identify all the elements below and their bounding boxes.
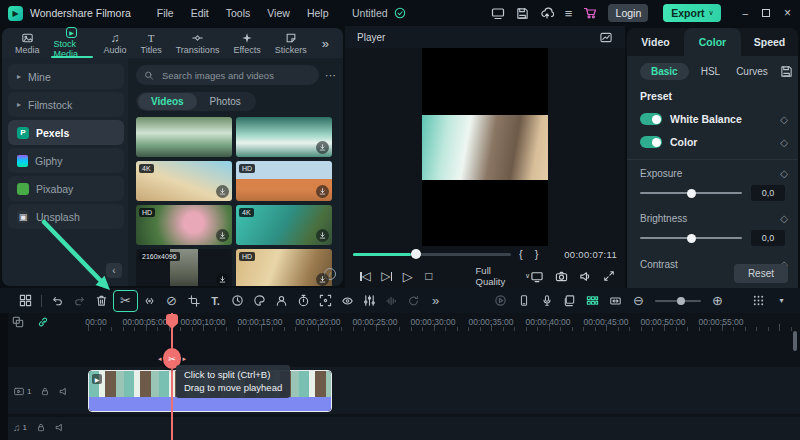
fit-timeline-icon[interactable] bbox=[609, 292, 622, 310]
stock-video-thumbnail[interactable]: 2160x4096 bbox=[136, 249, 232, 286]
snapshot-camera-icon[interactable] bbox=[555, 270, 568, 283]
mute-track-icon[interactable] bbox=[55, 422, 66, 433]
media-bin-icon[interactable] bbox=[19, 292, 32, 310]
speed-icon[interactable] bbox=[231, 292, 244, 310]
play-button[interactable]: ▷ bbox=[397, 269, 418, 284]
tab-stock-media[interactable]: ▶ Stock Media bbox=[47, 28, 97, 58]
sidebar-item-pexels[interactable]: P Pexels bbox=[8, 120, 124, 145]
mute-track-icon[interactable] bbox=[59, 386, 70, 397]
keyframe-diamond-icon[interactable]: ◇ bbox=[780, 213, 788, 224]
stock-video-thumbnail[interactable]: 4K bbox=[236, 205, 332, 245]
subtab-hsl[interactable]: HSL bbox=[697, 63, 724, 80]
download-icon[interactable] bbox=[316, 229, 329, 242]
stock-video-thumbnail[interactable]: HD bbox=[236, 249, 332, 286]
volume-icon[interactable] bbox=[579, 270, 592, 283]
expand-tabs-icon[interactable]: » bbox=[314, 36, 337, 51]
menu-file[interactable]: File bbox=[157, 7, 174, 19]
timeline-zoom-slider[interactable] bbox=[655, 300, 701, 302]
reset-button[interactable]: Reset bbox=[734, 264, 788, 283]
sidebar-item-filmstock[interactable]: ▸ Filmstock bbox=[8, 92, 124, 117]
duration-icon[interactable] bbox=[297, 292, 310, 310]
trim-icon[interactable] bbox=[143, 292, 156, 310]
tab-videos[interactable]: Videos bbox=[138, 93, 197, 110]
lock-track-icon[interactable] bbox=[40, 386, 50, 397]
close-button[interactable]: × bbox=[784, 6, 791, 20]
tab-photos[interactable]: Photos bbox=[197, 93, 254, 110]
sidebar-item-pixabay[interactable]: Pixabay bbox=[8, 176, 124, 201]
text-tool-icon[interactable]: T. bbox=[209, 292, 222, 310]
fullscreen-icon[interactable] bbox=[603, 270, 615, 282]
next-frame-button[interactable]: ▷ bbox=[376, 269, 397, 283]
smart-cutout-icon[interactable] bbox=[275, 292, 288, 310]
maximize-button[interactable] bbox=[762, 9, 770, 17]
keyframe-circle-icon[interactable]: ⊘ bbox=[165, 292, 178, 310]
brightness-slider[interactable] bbox=[640, 237, 742, 239]
tracks-dropdown-icon[interactable]: ▾ bbox=[775, 292, 788, 310]
color-toggle[interactable] bbox=[640, 136, 662, 148]
snapshot-pages-icon[interactable] bbox=[563, 292, 576, 310]
phone-mirror-icon[interactable] bbox=[517, 292, 530, 310]
store-cart-icon[interactable] bbox=[583, 6, 597, 20]
undo-icon[interactable] bbox=[51, 292, 64, 310]
stock-video-thumbnail[interactable]: HD bbox=[136, 205, 232, 245]
download-icon[interactable] bbox=[216, 273, 229, 286]
zoom-in-icon[interactable]: ⊕ bbox=[711, 292, 724, 310]
subtab-curves[interactable]: Curves bbox=[732, 63, 772, 80]
cloud-upload-icon[interactable] bbox=[540, 6, 554, 20]
keyframe-diamond-icon[interactable]: ◇ bbox=[780, 137, 788, 148]
zoom-slider-knob[interactable] bbox=[677, 297, 685, 305]
stock-video-thumbnail[interactable]: HD bbox=[236, 161, 332, 201]
stop-button[interactable]: □ bbox=[418, 269, 439, 283]
tab-audio[interactable]: ♫ Audio bbox=[97, 28, 134, 58]
download-icon[interactable] bbox=[316, 185, 329, 198]
playhead-line[interactable] bbox=[171, 313, 173, 440]
save-icon[interactable] bbox=[516, 7, 529, 20]
tab-media[interactable]: Media bbox=[8, 28, 47, 58]
search-input[interactable] bbox=[160, 69, 311, 82]
manage-tracks-grid-icon[interactable] bbox=[752, 292, 765, 310]
scene-detection-icon[interactable] bbox=[599, 31, 613, 44]
collapse-sidebar-button[interactable]: ‹ bbox=[106, 263, 122, 278]
download-icon[interactable] bbox=[216, 229, 229, 242]
timeline-scrollbar[interactable] bbox=[793, 331, 797, 351]
menu-edit[interactable]: Edit bbox=[191, 7, 209, 19]
menu-help[interactable]: Help bbox=[307, 7, 329, 19]
exposure-value[interactable]: 0,0 bbox=[751, 185, 785, 201]
tab-color[interactable]: Color bbox=[684, 28, 741, 56]
menu-tools[interactable]: Tools bbox=[226, 7, 251, 19]
seek-bar[interactable] bbox=[353, 253, 511, 256]
sidebar-item-mine[interactable]: ▸ Mine bbox=[8, 64, 124, 89]
download-icon[interactable] bbox=[316, 141, 329, 154]
tab-video[interactable]: Video bbox=[627, 28, 684, 56]
motion-tracking-icon[interactable] bbox=[319, 292, 332, 310]
menu-view[interactable]: View bbox=[267, 7, 290, 19]
lock-track-icon[interactable] bbox=[36, 422, 46, 433]
stock-video-thumbnail[interactable] bbox=[236, 117, 332, 157]
more-tools-icon[interactable]: » bbox=[429, 292, 442, 310]
more-options-icon[interactable]: ⋯ bbox=[325, 69, 337, 82]
export-button[interactable]: Export ∨ bbox=[663, 4, 721, 22]
export-clip-icon[interactable] bbox=[586, 292, 599, 310]
manage-tracks-icon[interactable] bbox=[12, 316, 24, 328]
crop-icon[interactable] bbox=[187, 292, 200, 310]
chroma-key-icon[interactable] bbox=[341, 292, 354, 310]
keyframe-diamond-icon[interactable]: ◇ bbox=[780, 114, 788, 125]
save-preset-icon[interactable] bbox=[780, 65, 793, 78]
rotate-icon[interactable] bbox=[407, 292, 420, 310]
minimize-button[interactable]: – bbox=[742, 8, 748, 19]
login-button[interactable]: Login bbox=[608, 4, 648, 22]
exposure-slider-knob[interactable] bbox=[687, 189, 696, 198]
mark-in-button[interactable]: { bbox=[515, 248, 527, 260]
sidebar-item-giphy[interactable]: Giphy bbox=[8, 148, 124, 173]
link-clips-icon[interactable] bbox=[37, 316, 49, 328]
stock-video-thumbnail[interactable] bbox=[136, 117, 232, 157]
subtab-basic[interactable]: Basic bbox=[640, 63, 689, 80]
search-bar[interactable] bbox=[136, 65, 319, 85]
ruler-ticks-minor[interactable] bbox=[88, 327, 794, 331]
stock-video-thumbnail[interactable]: 4K bbox=[136, 161, 232, 201]
brightness-value[interactable]: 0,0 bbox=[751, 230, 785, 246]
tab-stickers[interactable]: Stickers bbox=[268, 28, 314, 58]
audio-mixer-icon[interactable] bbox=[363, 292, 376, 310]
display-device-icon[interactable] bbox=[530, 270, 544, 283]
split-button[interactable]: ✂ bbox=[113, 290, 138, 312]
